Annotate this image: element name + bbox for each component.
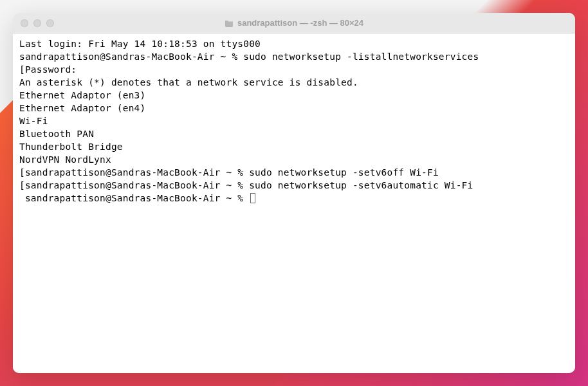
terminal-window: sandrapattison — -zsh — 80×24 Last login… — [13, 13, 575, 373]
maximize-button[interactable] — [46, 19, 54, 27]
terminal-line: [sandrapattison@Sandras-MacBook-Air ~ % … — [19, 179, 569, 192]
title-bar[interactable]: sandrapattison — -zsh — 80×24 — [13, 13, 575, 33]
cursor — [250, 193, 255, 203]
traffic-lights — [13, 19, 54, 27]
window-title-text: sandrapattison — -zsh — 80×24 — [237, 18, 363, 28]
terminal-line: sandrapattison@Sandras-MacBook-Air ~ % s… — [19, 50, 569, 63]
terminal-line: Last login: Fri May 14 10:18:53 on ttys0… — [19, 37, 569, 50]
terminal-content[interactable]: Last login: Fri May 14 10:18:53 on ttys0… — [13, 33, 575, 373]
terminal-prompt: sandrapattison@Sandras-MacBook-Air ~ % — [19, 193, 249, 203]
minimize-button[interactable] — [33, 19, 41, 27]
close-button[interactable] — [21, 19, 28, 27]
terminal-line: NordVPN NordLynx — [19, 153, 569, 166]
terminal-prompt-line: sandrapattison@Sandras-MacBook-Air ~ % — [19, 192, 569, 205]
terminal-line: Thunderbolt Bridge — [19, 140, 569, 153]
terminal-line: Ethernet Adaptor (en3) — [19, 89, 569, 102]
window-title: sandrapattison — -zsh — 80×24 — [13, 18, 575, 28]
terminal-line: Wi-Fi — [19, 115, 569, 127]
folder-icon — [225, 19, 234, 26]
terminal-line: [sandrapattison@Sandras-MacBook-Air ~ % … — [19, 166, 569, 179]
terminal-line: [Password: — [19, 63, 569, 76]
terminal-line: An asterisk (*) denotes that a network s… — [19, 76, 569, 89]
terminal-line: Bluetooth PAN — [19, 127, 569, 140]
terminal-line: Ethernet Adaptor (en4) — [19, 102, 569, 115]
